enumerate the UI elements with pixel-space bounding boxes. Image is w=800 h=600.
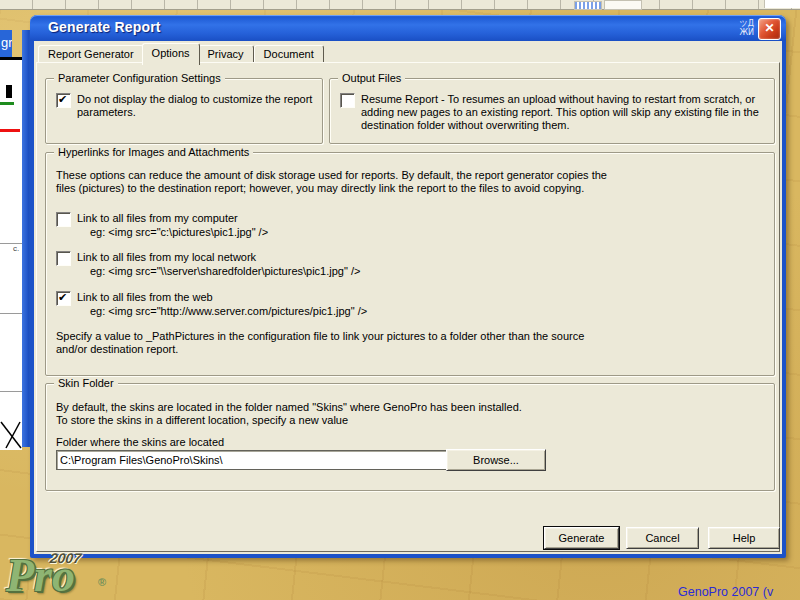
dialog-titlebar[interactable]: Generate Report ツД ЖИ ✕ (30, 15, 786, 41)
checkbox-link-computer-label[interactable]: Link to all files from my computer (77, 212, 238, 225)
checkbox-link-computer[interactable] (56, 212, 71, 227)
background-toolbar-strip (0, 0, 800, 10)
titlebar-glyphs-bottom: ЖИ (739, 28, 754, 37)
legend-red-line (0, 129, 20, 132)
checkbox-resume-report-label[interactable]: Resume Report - To resumes an upload wit… (361, 93, 763, 132)
group-title: Skin Folder (54, 377, 118, 389)
generate-button[interactable]: Generate (544, 527, 619, 549)
legend-divider (0, 313, 22, 314)
check-mark-icon: ✔ (58, 291, 67, 304)
tab-privacy[interactable]: Privacy (198, 45, 254, 63)
browse-button[interactable]: Browse... (446, 449, 546, 471)
checkbox-link-network-label[interactable]: Link to all files from my local network (77, 251, 256, 264)
example-link-computer: eg: <img src="c:\pictures\pic1.jpg" /> (90, 226, 268, 239)
skin-folder-line2: To store the skins in a different locati… (56, 414, 756, 427)
hyperlinks-intro-text: These options can reduce the amount of d… (56, 169, 608, 195)
skin-folder-field-label: Folder where the skins are located (56, 436, 224, 449)
dialog-body: Report Generator Options Privacy Documen… (34, 41, 782, 554)
background-window-panel: c. (0, 57, 22, 450)
tab-options[interactable]: Options (142, 43, 200, 65)
checkbox-resume-report[interactable] (340, 93, 355, 108)
toolbar-segment (604, 0, 642, 10)
legend-tiny-text: c. (13, 244, 19, 253)
tab-page-options: Parameter Configuration Settings ✔ Do no… (36, 62, 780, 552)
legend-green-line (0, 102, 14, 105)
desktop: gr c. Generate Report ツД ЖИ ✕ Report Gen… (0, 0, 800, 600)
group-hyperlinks: Hyperlinks for Images and Attachments Th… (45, 152, 775, 376)
tab-document[interactable]: Document (254, 45, 324, 63)
close-icon[interactable]: ✕ (758, 18, 781, 40)
background-window-title-fragment: gr (0, 30, 12, 57)
dialog-title: Generate Report (48, 19, 161, 35)
group-title: Hyperlinks for Images and Attachments (54, 146, 253, 158)
example-link-web: eg: <img src="http://www.server.com/pict… (90, 305, 367, 318)
genopro-brand-text: GenoPro 2007 (v (678, 585, 773, 599)
tab-report-generator[interactable]: Report Generator (38, 45, 144, 63)
checkbox-link-web-label[interactable]: Link to all files from the web (77, 291, 213, 304)
genogram-lines (0, 420, 22, 450)
check-mark-icon: ✔ (58, 93, 67, 106)
checkbox-no-dialog[interactable]: ✔ (56, 93, 71, 108)
genopro-logo: Pro 2007 ® (6, 554, 126, 600)
logo-year-text: 2007 (49, 550, 82, 566)
checkbox-link-network[interactable] (56, 251, 71, 266)
tabstrip: Report Generator Options Privacy Documen… (38, 44, 324, 63)
example-link-network: eg: <img src="\\server\sharedfolder\pict… (90, 265, 360, 278)
legend-divider (0, 391, 22, 392)
hyperlinks-footer-text: Specify a value to _PathPictures in the … (56, 330, 608, 356)
logo-registered-mark: ® (98, 576, 106, 588)
generate-report-dialog: Generate Report ツД ЖИ ✕ Report Generator… (30, 15, 786, 558)
skin-folder-line1: By default, the skins are located in the… (56, 401, 756, 414)
titlebar-glyphs-icon: ツД ЖИ (739, 19, 754, 37)
checkbox-no-dialog-label[interactable]: Do not display the dialog to customize t… (77, 93, 317, 119)
skin-folder-input[interactable] (56, 450, 452, 470)
group-skin-folder: Skin Folder By default, the skins are lo… (45, 383, 775, 491)
checkbox-link-web[interactable]: ✔ (56, 291, 71, 306)
group-title: Parameter Configuration Settings (54, 72, 225, 84)
toolbar-segment-right (764, 0, 800, 8)
group-title: Output Files (338, 72, 405, 84)
group-output-files: Output Files Resume Report - To resumes … (329, 78, 775, 144)
legend-black-bar (6, 85, 12, 98)
cancel-button[interactable]: Cancel (626, 527, 699, 549)
toolbar-dotted-widget (574, 1, 602, 10)
help-button[interactable]: Help (708, 527, 780, 549)
titlebar-glyphs-top: ツД (739, 19, 753, 28)
group-parameter-configuration: Parameter Configuration Settings ✔ Do no… (45, 78, 323, 144)
